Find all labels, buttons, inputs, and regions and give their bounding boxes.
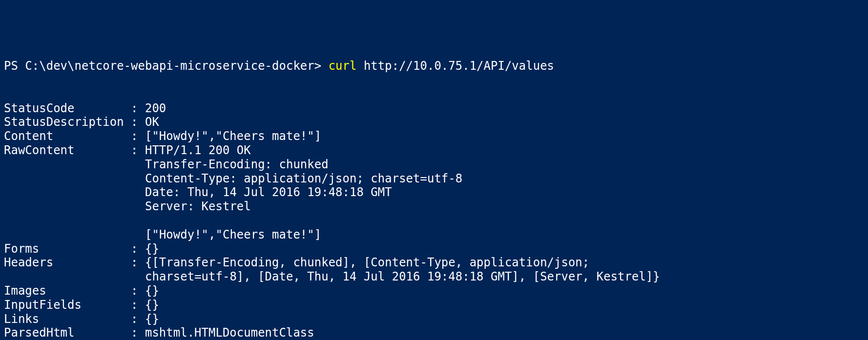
row-content: Content: ["Howdy!","Cheers mate!"]: [4, 129, 864, 143]
row-raw-content-line: Date: Thu, 14 Jul 2016 19:48:18 GMT: [4, 185, 864, 200]
row-headers-line2: charset=utf-8], [Date, Thu, 14 Jul 2016 …: [4, 270, 864, 284]
row-input-fields: InputFields: {}: [4, 298, 864, 312]
row-headers: Headers: {[Transfer-Encoding, chunked], …: [4, 256, 864, 270]
command-url: http://10.0.75.1/API/values: [356, 59, 554, 73]
command-output: StatusCode: 200StatusDescription: OKCont…: [4, 101, 864, 340]
command-name: curl: [329, 59, 357, 73]
row-forms: Forms: {}: [4, 242, 864, 256]
row-raw-content-line: Server: Kestrel: [4, 200, 864, 214]
row-links: Links: {}: [4, 312, 864, 326]
command-prompt-line[interactable]: PS C:\dev\netcore-webapi-microservice-do…: [4, 59, 864, 73]
row-raw-content: RawContent: HTTP/1.1 200 OK: [4, 143, 864, 158]
row-status-description: StatusDescription: OK: [4, 115, 864, 129]
row-status-code: StatusCode: 200: [4, 101, 864, 116]
row-raw-content-line: Transfer-Encoding: chunked: [4, 158, 864, 172]
row-images: Images: {}: [4, 284, 864, 298]
row-raw-content-line: [4, 214, 864, 228]
row-raw-content-line: Content-Type: application/json; charset=…: [4, 172, 864, 186]
row-raw-content-line: ["Howdy!","Cheers mate!"]: [4, 228, 864, 242]
prompt-prefix: PS C:\dev\netcore-webapi-microservice-do…: [4, 59, 329, 73]
row-parsed-html: ParsedHtml: mshtml.HTMLDocumentClass: [4, 326, 864, 340]
